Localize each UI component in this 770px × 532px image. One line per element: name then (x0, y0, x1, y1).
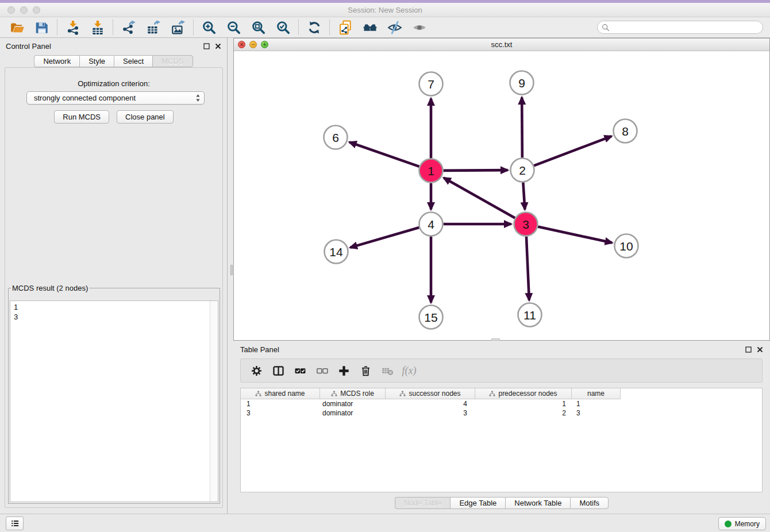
import-table-button[interactable] (85, 18, 110, 36)
home-view-button[interactable] (357, 18, 382, 36)
hide-details-button[interactable] (382, 18, 407, 36)
close-panel-icon[interactable] (215, 43, 221, 49)
tab-mcds[interactable]: MCDS (152, 55, 192, 67)
memory-button[interactable]: Memory (718, 517, 766, 530)
graph-node-11[interactable]: 11 (518, 303, 542, 327)
table-cell[interactable]: 1 (572, 399, 620, 408)
graph-node-3[interactable]: 3 (514, 213, 538, 236)
network-minimize-button[interactable]: − (249, 41, 257, 48)
table-settings-button[interactable] (245, 361, 267, 380)
show-details-button[interactable] (407, 18, 432, 36)
table-cell[interactable]: 3 (241, 408, 320, 418)
splitter-handle-horizontal[interactable] (491, 338, 500, 341)
table-cell[interactable]: dominator (320, 408, 386, 418)
tab-motifs[interactable]: Motifs (570, 497, 609, 509)
export-table-button[interactable] (141, 18, 165, 36)
graph-node-4[interactable]: 4 (419, 213, 443, 236)
network-maximize-button[interactable]: + (261, 41, 268, 48)
table-row[interactable]: 1dominator411 (241, 399, 762, 408)
zoom-fit-button[interactable] (246, 18, 271, 36)
float-table-panel-icon[interactable] (745, 346, 752, 353)
graph-node-2[interactable]: 2 (511, 159, 534, 182)
search-input[interactable] (613, 23, 759, 32)
tab-node-table[interactable]: Node Table (395, 497, 451, 509)
open-file-icon (10, 20, 25, 35)
select-all-button[interactable] (289, 361, 311, 380)
export-image-button[interactable] (165, 18, 190, 36)
tab-select[interactable]: Select (114, 55, 152, 67)
graph-node-6[interactable]: 6 (324, 126, 348, 149)
network-view-window[interactable]: × − + scc.txt 1234678910111415 (233, 38, 770, 341)
table-cell[interactable]: dominator (320, 399, 386, 408)
graph-node-7[interactable]: 7 (419, 72, 443, 96)
graph-node-14[interactable]: 14 (325, 240, 348, 264)
criterion-select[interactable]: strongly connected component (26, 91, 205, 105)
delete-table-icon (382, 365, 394, 377)
zoom-selected-button[interactable] (271, 18, 295, 36)
graph-edge-3-10[interactable] (538, 227, 612, 243)
graph-edge-1-2[interactable] (443, 170, 507, 171)
splitter-handle-vertical[interactable] (230, 265, 233, 275)
table-cell[interactable]: 1 (475, 399, 572, 408)
column-header-name[interactable]: name (572, 388, 620, 399)
table-cell[interactable]: 1 (241, 399, 320, 408)
network-close-button[interactable]: × (238, 41, 245, 48)
graph-node-label: 3 (522, 218, 529, 231)
table-row[interactable]: 3dominator323 (241, 408, 762, 418)
close-window-button[interactable] (7, 6, 15, 14)
column-header-successor-nodes[interactable]: successor nodes (386, 388, 475, 399)
deselect-all-button[interactable] (311, 361, 333, 380)
graph-node-10[interactable]: 10 (615, 234, 638, 258)
column-header-predecessor-nodes[interactable]: predecessor nodes (475, 388, 572, 399)
delete-column-button[interactable] (355, 361, 376, 380)
tab-edge-table[interactable]: Edge Table (450, 497, 505, 509)
float-panel-icon[interactable] (203, 43, 210, 49)
table-cell[interactable]: 3 (386, 408, 475, 418)
graph-edge-2-3[interactable] (523, 182, 525, 209)
run-mcds-button[interactable]: Run MCDS (54, 110, 109, 124)
search-box[interactable] (597, 21, 763, 34)
refresh-button[interactable] (302, 18, 326, 36)
copy-network-icon (338, 20, 353, 35)
network-canvas[interactable]: 1234678910111415 (234, 51, 769, 340)
graph-edge-3-1[interactable] (444, 178, 515, 218)
graph-node-label: 10 (619, 240, 633, 253)
tab-network-table[interactable]: Network Table (505, 497, 570, 509)
add-column-button[interactable] (333, 361, 355, 380)
open-file-button[interactable] (5, 18, 29, 36)
graph-node-9[interactable]: 9 (510, 71, 534, 95)
zoom-window-button[interactable] (33, 6, 40, 14)
graph-edge-2-9[interactable] (522, 97, 522, 157)
zoom-selected-icon (276, 20, 291, 35)
tab-style[interactable]: Style (79, 55, 114, 67)
mcds-result-box[interactable]: 1 3 (10, 300, 218, 502)
graph-node-15[interactable]: 15 (419, 306, 443, 329)
column-header-MCDS-role[interactable]: MCDS role (320, 388, 386, 399)
mcds-result-fieldset: MCDS result (2 nodes) 1 3 (8, 284, 220, 504)
close-panel-button[interactable]: Close panel (117, 110, 174, 124)
minimize-window-button[interactable] (20, 6, 28, 14)
result-scrollbar[interactable] (210, 301, 218, 502)
table-cell[interactable]: 4 (386, 399, 475, 408)
export-network-button[interactable] (116, 18, 141, 36)
graph-node-8[interactable]: 8 (614, 119, 637, 143)
zoom-in-button[interactable] (197, 18, 221, 36)
graph-node-1[interactable]: 1 (419, 159, 443, 183)
import-network-button[interactable] (60, 18, 85, 36)
column-header-shared-name[interactable]: shared name (241, 388, 320, 399)
save-session-button[interactable] (29, 18, 54, 36)
task-history-button[interactable] (6, 516, 24, 530)
graph-edge-2-8[interactable] (534, 136, 611, 165)
table-cell[interactable]: 2 (475, 408, 572, 418)
copy-network-button[interactable] (333, 18, 357, 36)
node-table[interactable]: shared nameMCDS rolesuccessor nodesprede… (240, 388, 763, 492)
close-table-panel-icon[interactable] (757, 346, 763, 353)
graph-edge-4-14[interactable] (350, 228, 419, 248)
split-view-button[interactable] (267, 361, 289, 380)
graph-edge-3-11[interactable] (526, 236, 529, 300)
table-cell[interactable]: 3 (572, 408, 620, 418)
network-window-titlebar[interactable]: × − + scc.txt (234, 38, 769, 51)
graph-edge-1-6[interactable] (349, 142, 419, 166)
zoom-out-button[interactable] (221, 18, 246, 36)
tab-network[interactable]: Network (34, 55, 79, 67)
